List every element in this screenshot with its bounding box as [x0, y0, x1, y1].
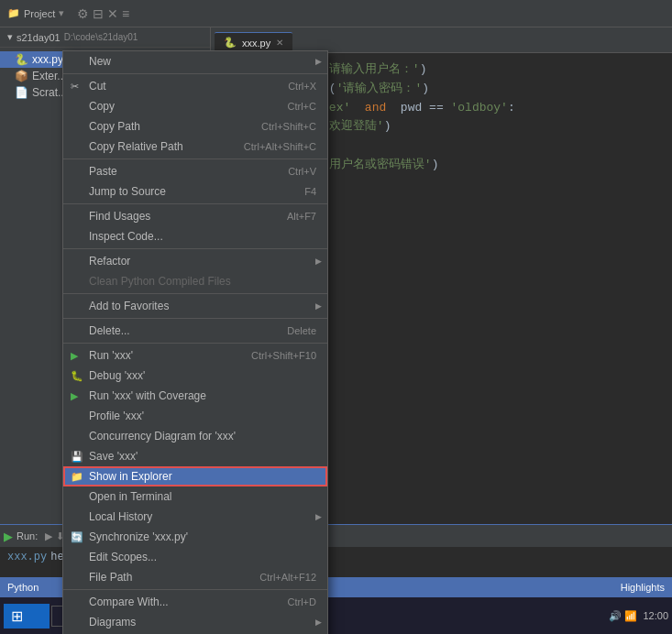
menu-item-paste[interactable]: Paste Ctrl+V	[63, 161, 327, 181]
copy-shortcut: Ctrl+C	[288, 101, 316, 112]
context-menu: New ✂ Cut Ctrl+X Copy Ctrl+C Copy Path C…	[62, 50, 328, 634]
sep-3	[63, 203, 327, 204]
menu-item-refactor[interactable]: Refactor	[63, 251, 327, 271]
inspect-code-label: Inspect Code...	[89, 230, 163, 243]
delete-shortcut: Delete	[287, 325, 316, 336]
ide-background: 📁 Project ▾ ⚙ ⊟ ✕ ≡ ▾ s21day01 D:\code\s…	[0, 0, 672, 634]
project-root-path: D:\code\s21day01	[64, 32, 138, 42]
copy-relative-path-label: Copy Relative Path	[89, 140, 183, 153]
project-root-label: s21day01	[17, 32, 61, 43]
menu-item-copy-path[interactable]: Copy Path Ctrl+Shift+C	[63, 116, 327, 137]
local-history-label: Local History	[89, 510, 152, 523]
paste-shortcut: Ctrl+V	[288, 166, 316, 177]
debug-icon: 🐛	[71, 370, 83, 382]
python-file-icon: 🐍	[224, 37, 237, 49]
menu-item-run-coverage[interactable]: ▶ Run 'xxx' with Coverage	[63, 386, 327, 406]
taskbar-time: 🔊 📶	[609, 610, 637, 622]
menu-item-debug[interactable]: 🐛 Debug 'xxx'	[63, 366, 327, 386]
menu-item-local-history[interactable]: Local History	[63, 507, 327, 527]
add-favorites-label: Add to Favorites	[89, 300, 169, 312]
new-label: New	[89, 55, 111, 68]
ext-icon: 📦	[15, 70, 28, 82]
save-label: Save 'xxx'	[89, 450, 138, 463]
sep-6	[63, 318, 327, 319]
find-usages-shortcut: Alt+F7	[287, 211, 316, 222]
scratch-icon: 📄	[15, 86, 28, 99]
run-icon: ▶	[71, 350, 78, 362]
menu-item-copy-relative-path[interactable]: Copy Relative Path Ctrl+Alt+Shift+C	[63, 137, 327, 157]
folder-icon: ▾	[7, 31, 13, 43]
file-icon: 🐍	[15, 53, 28, 66]
run-file-path: xxx.py	[7, 551, 47, 563]
edit-scopes-label: Edit Scopes...	[89, 551, 157, 563]
menu-item-diagrams[interactable]: Diagrams	[63, 612, 327, 632]
menu-item-edit-scopes[interactable]: Edit Scopes...	[63, 547, 327, 567]
sep-5	[63, 293, 327, 294]
editor-tab-xxx[interactable]: 🐍 xxx.py ✕	[215, 32, 292, 52]
show-explorer-label: Show in Explorer	[89, 470, 172, 483]
status-highlights-label: Highlights	[621, 582, 665, 593]
menu-item-copy[interactable]: Copy Ctrl+C	[63, 96, 327, 116]
taskbar-clock: 12:00	[643, 610, 668, 621]
cut-icon: ✂	[71, 81, 79, 93]
start-button[interactable]: ⊞	[4, 604, 50, 629]
run-coverage-label: Run 'xxx' with Coverage	[89, 389, 206, 402]
run-ctrl-1[interactable]: ▶	[45, 530, 52, 542]
menu-item-new[interactable]: New	[63, 51, 327, 71]
menu-item-inspect-code[interactable]: Inspect Code...	[63, 226, 327, 246]
menu-item-show-explorer[interactable]: 📁 Show in Explorer	[63, 466, 327, 486]
sep-1	[63, 73, 327, 74]
menu-item-profile[interactable]: Profile 'xxx'	[63, 406, 327, 426]
synchronize-label: Synchronize 'xxx.py'	[89, 530, 188, 543]
save-icon: 💾	[71, 451, 83, 463]
menu-item-jump-source[interactable]: Jump to Source F4	[63, 181, 327, 202]
run-tab-icon: ▶	[4, 530, 13, 543]
menu-item-concurrency[interactable]: Concurrency Diagram for 'xxx'	[63, 426, 327, 446]
jump-source-shortcut: F4	[304, 186, 316, 197]
sep-4	[63, 248, 327, 249]
taskbar-right: 🔊 📶 12:00	[609, 610, 668, 622]
diagrams-label: Diagrams	[89, 616, 136, 629]
menu-item-run[interactable]: ▶ Run 'xxx' Ctrl+Shift+F10	[63, 345, 327, 366]
explorer-icon: 📁	[71, 471, 83, 483]
cut-label: Cut	[89, 80, 106, 93]
status-python-label: Python	[7, 582, 39, 593]
menu-item-clean-compiled: Clean Python Compiled Files	[63, 271, 327, 291]
clean-compiled-label: Clean Python Compiled Files	[89, 275, 231, 288]
tab-close-icon[interactable]: ✕	[276, 38, 283, 48]
find-usages-label: Find Usages	[89, 210, 150, 223]
sync-icon: 🔄	[71, 531, 83, 543]
panel-header: ▾ s21day01 D:\code\s21day01	[0, 27, 210, 48]
file-path-shortcut: Ctrl+Alt+F12	[259, 572, 316, 583]
menu-item-save[interactable]: 💾 Save 'xxx'	[63, 446, 327, 466]
top-toolbar: 📁 Project ▾ ⚙ ⊟ ✕ ≡	[0, 0, 672, 27]
concurrency-label: Concurrency Diagram for 'xxx'	[89, 430, 236, 443]
project-label: 📁 Project ▾	[7, 7, 64, 19]
cut-shortcut: Ctrl+X	[288, 81, 316, 92]
menu-item-open-terminal[interactable]: Open in Terminal	[63, 486, 327, 507]
menu-item-add-favorites[interactable]: Add to Favorites	[63, 296, 327, 316]
compare-shortcut: Ctrl+D	[288, 596, 316, 607]
debug-label: Debug 'xxx'	[89, 369, 145, 382]
copy-label: Copy	[89, 100, 115, 113]
compare-label: Compare With...	[89, 596, 169, 608]
paste-label: Paste	[89, 165, 117, 178]
run-coverage-icon: ▶	[71, 390, 78, 402]
copy-relative-path-shortcut: Ctrl+Alt+Shift+C	[244, 141, 316, 152]
terminal-label: Open in Terminal	[89, 490, 172, 503]
run-shortcut: Ctrl+Shift+F10	[251, 350, 316, 361]
menu-item-find-usages[interactable]: Find Usages Alt+F7	[63, 206, 327, 226]
profile-label: Profile 'xxx'	[89, 410, 144, 422]
menu-item-synchronize[interactable]: 🔄 Synchronize 'xxx.py'	[63, 527, 327, 547]
toolbar-icons: ⚙ ⊟ ✕ ≡	[77, 6, 129, 21]
file-path-label: File Path	[89, 571, 132, 584]
menu-item-delete[interactable]: Delete... Delete	[63, 321, 327, 341]
menu-item-cut[interactable]: ✂ Cut Ctrl+X	[63, 76, 327, 96]
editor-tabs: 🐍 xxx.py ✕	[211, 27, 672, 53]
copy-path-label: Copy Path	[89, 120, 140, 133]
menu-item-file-path[interactable]: File Path Ctrl+Alt+F12	[63, 567, 327, 587]
menu-item-compare[interactable]: Compare With... Ctrl+D	[63, 592, 327, 612]
copy-path-shortcut: Ctrl+Shift+C	[261, 121, 316, 132]
refactor-label: Refactor	[89, 255, 130, 268]
jump-source-label: Jump to Source	[89, 185, 166, 198]
